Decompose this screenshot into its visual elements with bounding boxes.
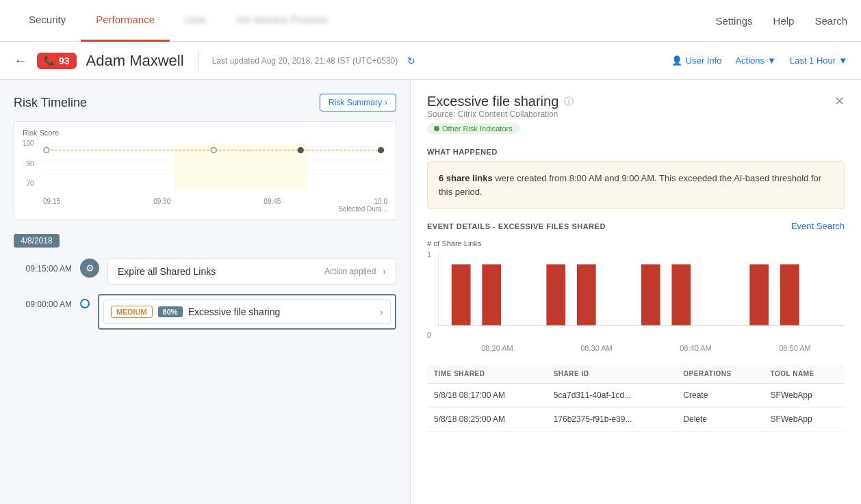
score-badge: 📞 93 [37, 53, 77, 69]
right-panel-header: Excessive file sharing ⓘ Source: Citrix … [427, 94, 845, 144]
bar-y-1: 1 [427, 250, 431, 258]
svg-rect-10 [452, 264, 471, 325]
x-label-0945: 09:45 [264, 198, 281, 205]
col-time-shared: TIME SHARED [427, 364, 547, 384]
timeline-connector-event [80, 294, 90, 308]
risk-summary-button[interactable]: Risk Summary › [320, 94, 396, 111]
user-icon: 👤 [671, 55, 682, 66]
col-operations: OPERATIONS [676, 364, 763, 384]
right-panel: Excessive file sharing ⓘ Source: Citrix … [411, 80, 861, 504]
action-time: 09:15:00 AM [14, 264, 72, 274]
table-body: 5/8/18 08:17:00 AM 5ca7d311-40af-1cd... … [427, 384, 845, 432]
event-time: 09:00:00 AM [14, 300, 72, 309]
svg-point-7 [378, 148, 383, 153]
selected-duration-label: Selected Dura... [23, 205, 387, 213]
bar-x-0850: 08:50 AM [779, 344, 810, 352]
action-applied-label: Action applied [324, 267, 376, 276]
svg-point-5 [211, 148, 216, 153]
nav-item-service[interactable]: On-Service Process [222, 0, 343, 42]
search-nav-item[interactable]: Search [814, 15, 847, 27]
svg-rect-14 [641, 264, 660, 325]
risk-chart-area: Risk Score 100 90 70 [14, 121, 396, 220]
cell-time-0: 5/8/18 08:17:00 AM [427, 384, 547, 408]
header-right: 👤 User Info Actions ▼ Last 1 Hour ▼ [671, 55, 847, 66]
date-badge: 4/8/2018 [14, 234, 60, 248]
bar-x-labels: 08:20 AM 08:30 AM 08:40 AM 08:50 AM [427, 341, 845, 352]
risk-indicator-label: Other Risk Indicators [442, 124, 513, 133]
medium-badge: MEDIUM [111, 306, 153, 318]
timeline-item-event: 09:00:00 AM MEDIUM 80% Excessive file sh… [14, 294, 396, 330]
bar-chart-area: # of Share Links 1 0 [427, 239, 845, 352]
bar-y-0: 0 [427, 331, 431, 339]
source-label: Source: Citrix Content Collaboration [427, 109, 574, 119]
phone-icon: 📞 [44, 55, 55, 66]
top-nav: Security Performance User On-Service Pro… [0, 0, 861, 42]
help-nav-item[interactable]: Help [773, 15, 795, 27]
bar-chart-y-label: # of Share Links [427, 239, 845, 248]
nav-item-security[interactable]: Security [14, 0, 81, 42]
excessive-title-text: Excessive file sharing [427, 94, 558, 109]
cell-tool-1: SFWebApp [764, 408, 845, 432]
col-tool-name: TOOL NAME [764, 364, 845, 384]
x-label-1000: 10:0 [374, 198, 387, 205]
user-name: Adam Maxwell [86, 52, 184, 70]
excessive-sharing-card[interactable]: MEDIUM 80% Excessive file sharing › [103, 300, 391, 324]
happened-rest-text: were created from 8:00 AM and 9:00 AM. T… [439, 173, 821, 197]
last-updated-text: Last updated Aug 20, 2018, 21:48 IST (UT… [212, 56, 398, 66]
actions-label: Actions [735, 55, 764, 66]
user-info-label: User Info [686, 55, 722, 66]
cell-ops-1: Delete [676, 408, 763, 432]
happened-box: 6 share links were created from 8:00 AM … [427, 161, 845, 209]
expire-links-card[interactable]: Expire all Shared Links Action applied › [107, 258, 396, 284]
events-table: TIME SHARED SHARE ID OPERATIONS TOOL NAM… [427, 364, 845, 432]
bar-x-0820: 08:20 AM [481, 344, 513, 352]
gear-icon: ⚙ [80, 258, 99, 278]
happened-bold-text: 6 share links [439, 173, 493, 183]
timeline-item-action: 09:15:00 AM ⚙ Expire all Shared Links Ac… [14, 258, 396, 284]
event-card-wrapper: MEDIUM 80% Excessive file sharing › [98, 294, 396, 330]
cell-share-id-1: 176b2375-f91b-e39... [547, 408, 677, 432]
cell-tool-0: SFWebApp [764, 384, 845, 408]
main-layout: Risk Timeline Risk Summary › Risk Score … [0, 80, 861, 504]
close-icon[interactable]: ✕ [834, 94, 845, 109]
nav-right: Settings Help Search [715, 15, 847, 27]
event-card-label: Excessive file sharing [188, 306, 375, 317]
bar-chart-y-axis: 1 0 [427, 250, 435, 339]
bar-chart-svg [438, 250, 845, 339]
excessive-title: Excessive file sharing ⓘ [427, 94, 574, 109]
bar-chart-svg-wrapper [438, 250, 845, 341]
risk-line-chart [40, 140, 387, 194]
bar-x-0840: 08:40 AM [680, 344, 711, 352]
settings-nav-item[interactable]: Settings [715, 15, 752, 27]
time-range-button[interactable]: Last 1 Hour ▼ [790, 55, 847, 66]
left-panel: Risk Timeline Risk Summary › Risk Score … [0, 80, 411, 504]
divider [198, 51, 198, 71]
nav-item-performance[interactable]: Performance [81, 0, 170, 42]
y-value-70: 70 [23, 180, 34, 187]
table-row: 5/8/18 08:17:00 AM 5ca7d311-40af-1cd... … [427, 384, 845, 408]
svg-rect-15 [672, 264, 691, 325]
svg-rect-17 [780, 264, 799, 325]
timeline-connector-action: ⚙ [80, 258, 99, 278]
actions-button[interactable]: Actions ▼ [735, 55, 776, 66]
chart-y-axis: 100 90 70 [23, 140, 37, 187]
risk-summary-chevron-icon: › [385, 98, 387, 107]
back-button[interactable]: ← [14, 53, 27, 68]
what-happened-label: WHAT HAPPENED [427, 148, 845, 156]
svg-rect-11 [482, 264, 501, 325]
user-info-button[interactable]: 👤 User Info [671, 55, 722, 66]
bar-x-0830: 08:30 AM [580, 344, 612, 352]
cell-share-id-0: 5ca7d311-40af-1cd... [547, 384, 677, 408]
time-chevron-icon: ▼ [838, 55, 847, 66]
event-chevron-icon: › [380, 306, 383, 317]
risk-dot [434, 126, 439, 131]
chart-svg-wrapper [40, 140, 387, 196]
event-search-link[interactable]: Event Search [791, 221, 845, 231]
cell-ops-0: Create [676, 384, 763, 408]
refresh-icon[interactable]: ↻ [407, 55, 415, 66]
nav-item-user[interactable]: User [170, 0, 222, 42]
action-card-label: Expire all Shared Links [118, 266, 318, 277]
x-label-0930: 09:30 [153, 198, 170, 205]
svg-point-6 [298, 148, 303, 153]
chart-y-label: Risk Score [23, 129, 387, 137]
